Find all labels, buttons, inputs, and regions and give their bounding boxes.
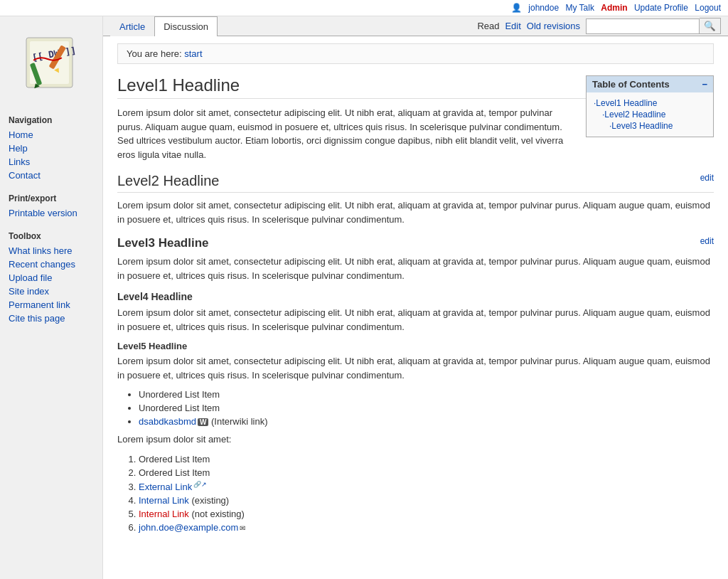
update-profile-link[interactable]: Update Profile xyxy=(634,3,688,13)
table-of-contents: Table of Contents − ·Level1 Headline ·Le… xyxy=(586,75,714,137)
username-link[interactable]: johndoe xyxy=(528,3,559,13)
interwiki-link[interactable]: dsabdkasbmd xyxy=(139,416,196,427)
internal-link-suffix: (existing) xyxy=(189,495,229,506)
my-talk-link[interactable]: My Talk xyxy=(565,3,594,13)
list-item: Unordered List Item xyxy=(139,389,714,400)
h2-section: edit Level2 Headline Lorem ipsum dolor s… xyxy=(117,173,714,226)
sidebar-item-what-links-here[interactable]: What links here xyxy=(0,244,102,257)
sidebar-item-recent-changes[interactable]: Recent changes xyxy=(0,257,102,271)
h2-edit-link[interactable]: edit xyxy=(700,173,714,183)
topbar: 👤 johndoe My Talk Admin Update Profile L… xyxy=(0,0,728,16)
breadcrumb: You are here: start xyxy=(117,43,714,64)
toc-item-2[interactable]: ·Level2 Headline xyxy=(602,110,706,119)
sidebar-item-links[interactable]: Links xyxy=(0,155,102,169)
list-item: External Link↗ xyxy=(139,481,714,492)
heading-3: Level3 Headline xyxy=(117,236,714,250)
para-before-ol: Lorem ipsum dolor sit amet: xyxy=(117,432,714,447)
sidebar-item-upload-file[interactable]: Upload file xyxy=(0,271,102,285)
tabs-bar: Article Discussion Read Edit Old revisio… xyxy=(103,16,728,36)
toc-title: Table of Contents xyxy=(592,79,670,90)
main-content: Article Discussion Read Edit Old revisio… xyxy=(103,16,728,579)
search-button[interactable]: 🔍 xyxy=(700,18,721,34)
interwiki-badge: W xyxy=(198,418,208,426)
breadcrumb-prefix: You are here: xyxy=(127,48,182,59)
redlink-suffix: (not existing) xyxy=(189,509,245,519)
list-item: Internal Link (not existing) xyxy=(139,509,714,519)
sidebar-item-home[interactable]: Home xyxy=(0,128,102,142)
heading-2: Level2 Headline xyxy=(117,173,714,193)
interwiki-suffix: (Interwiki link) xyxy=(208,416,267,427)
h4-section: Level4 Headline Lorem ipsum dolor sit am… xyxy=(117,291,714,334)
tab-article[interactable]: Article xyxy=(110,16,154,36)
user-icon: 👤 xyxy=(511,3,522,13)
ordered-item-2: Ordered List Item xyxy=(139,467,210,478)
list-item: Internal Link (existing) xyxy=(139,495,714,506)
list-item: Unordered List Item xyxy=(139,403,714,413)
list-item: Ordered List Item xyxy=(139,467,714,478)
list-item: Ordered List Item xyxy=(139,454,714,464)
logo-wrap: [[ DW ]] xyxy=(0,23,102,104)
sidebar-item-site-index[interactable]: Site index xyxy=(0,285,102,298)
sidebar-item-contact[interactable]: Contact xyxy=(0,169,102,182)
action-edit[interactable]: Edit xyxy=(505,21,520,31)
printexport-section-title: Print/export xyxy=(0,188,102,206)
h2-paragraph: Lorem ipsum dolor sit amet, consectetur … xyxy=(117,198,714,226)
sidebar-item-permanent-link[interactable]: Permanent link xyxy=(0,298,102,312)
sidebar: [[ DW ]] Navigation Home Help Links Cont… xyxy=(0,16,103,579)
ordered-list: Ordered List Item Ordered List Item Exte… xyxy=(139,454,714,533)
toolbox-section-title: Toolbox xyxy=(0,225,102,244)
h3-edit-link[interactable]: edit xyxy=(700,236,714,246)
toc-toggle-button[interactable]: − xyxy=(702,79,707,90)
internal-link-redlink[interactable]: Internal Link xyxy=(139,509,189,519)
layout: [[ DW ]] Navigation Home Help Links Cont… xyxy=(0,16,728,579)
mail-icon: ✉ xyxy=(240,524,245,532)
ordered-item-1: Ordered List Item xyxy=(139,454,210,464)
h4-paragraph: Lorem ipsum dolor sit amet, consectetur … xyxy=(117,306,714,334)
toc-item-1[interactable]: ·Level1 Headline xyxy=(594,98,706,108)
list-item: dsabdkasbmdW (Interwiki link) xyxy=(139,416,714,427)
toc-body: ·Level1 Headline ·Level2 Headline ·Level… xyxy=(587,92,713,137)
search-wrap: 🔍 xyxy=(586,18,721,34)
logout-link[interactable]: Logout xyxy=(695,3,721,13)
toc-item-3[interactable]: ·Level3 Headline xyxy=(609,121,706,131)
h3-section: edit Level3 Headline Lorem ipsum dolor s… xyxy=(117,236,714,282)
tab-actions: Read Edit Old revisions 🔍 xyxy=(477,18,721,34)
internal-link-existing[interactable]: Internal Link xyxy=(139,495,189,506)
external-link[interactable]: External Link xyxy=(139,482,201,492)
admin-link[interactable]: Admin xyxy=(601,3,627,13)
h5-paragraph: Lorem ipsum dolor sit amet, consectetur … xyxy=(117,354,714,382)
article-body: Table of Contents − ·Level1 Headline ·Le… xyxy=(117,75,714,538)
action-read[interactable]: Read xyxy=(477,21,499,31)
search-input[interactable] xyxy=(586,18,700,34)
sidebar-item-printable[interactable]: Printable version xyxy=(0,206,102,220)
unordered-item-2: Unordered List Item xyxy=(139,403,220,413)
sidebar-item-cite-this-page[interactable]: Cite this page xyxy=(0,312,102,325)
email-link[interactable]: john.doe@example.com xyxy=(139,522,238,533)
heading-4: Level4 Headline xyxy=(117,291,714,302)
toc-header: Table of Contents − xyxy=(587,76,713,92)
content-area: You are here: start Table of Contents − … xyxy=(103,36,728,546)
h3-paragraph: Lorem ipsum dolor sit amet, consectetur … xyxy=(117,255,714,282)
sidebar-item-help[interactable]: Help xyxy=(0,142,102,155)
unordered-list: Unordered List Item Unordered List Item … xyxy=(139,389,714,427)
logo-image: [[ DW ]] xyxy=(19,31,83,95)
list-item: john.doe@example.com✉ xyxy=(139,522,714,533)
action-old-revisions[interactable]: Old revisions xyxy=(527,21,580,31)
tab-discussion[interactable]: Discussion xyxy=(154,16,218,36)
external-link-icon: ↗ xyxy=(201,481,207,488)
heading-5: Level5 Headline xyxy=(117,341,714,351)
breadcrumb-start-link[interactable]: start xyxy=(184,48,202,59)
unordered-item-1: Unordered List Item xyxy=(139,389,220,400)
navigation-section-title: Navigation xyxy=(0,110,102,128)
h5-section: Level5 Headline Lorem ipsum dolor sit am… xyxy=(117,341,714,382)
